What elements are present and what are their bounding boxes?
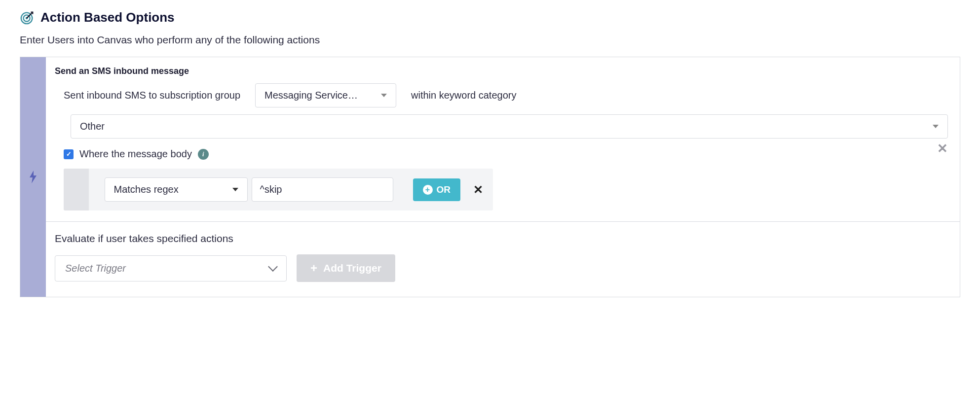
page-header: Action Based Options <box>20 10 960 25</box>
filter-content: Matches regex + OR ✕ <box>89 169 493 210</box>
chevron-down-icon <box>268 262 278 272</box>
keyword-category-select[interactable]: Other <box>71 114 948 139</box>
evaluate-section: Evaluate if user takes specified actions… <box>46 221 960 297</box>
regex-value-input[interactable] <box>252 177 393 202</box>
trigger-card: Send an SMS inbound message Sent inbound… <box>20 57 960 297</box>
sent-label: Sent inbound SMS to subscription group <box>64 90 240 101</box>
keyword-row: Other <box>55 114 948 139</box>
card-accent <box>20 57 46 297</box>
caret-down-icon <box>933 125 939 128</box>
page-title: Action Based Options <box>40 10 175 25</box>
operator-value: Matches regex <box>114 184 179 195</box>
card-body: Send an SMS inbound message Sent inbound… <box>46 57 960 297</box>
or-label: OR <box>437 184 451 195</box>
trigger-section: Send an SMS inbound message Sent inbound… <box>46 57 960 221</box>
or-button[interactable]: + OR <box>413 178 461 201</box>
select-trigger-dropdown[interactable]: Select Trigger <box>55 255 287 281</box>
within-label: within keyword category <box>411 90 516 101</box>
add-trigger-label: Add Trigger <box>323 262 381 274</box>
remove-trigger-icon[interactable]: ✕ <box>937 141 948 156</box>
subscription-row: Sent inbound SMS to subscription group M… <box>55 83 948 107</box>
keyword-select-value: Other <box>80 121 105 132</box>
caret-down-icon <box>232 188 238 191</box>
target-icon <box>20 10 35 25</box>
plus-icon: + <box>310 262 317 274</box>
trigger-title: Send an SMS inbound message <box>55 66 948 76</box>
operator-select[interactable]: Matches regex <box>105 177 248 202</box>
evaluate-row: Select Trigger + Add Trigger <box>55 254 948 282</box>
bolt-icon <box>28 170 38 184</box>
add-trigger-button[interactable]: + Add Trigger <box>297 254 395 282</box>
evaluate-label: Evaluate if user takes specified actions <box>55 233 948 245</box>
filter-block: Matches regex + OR ✕ <box>64 169 493 210</box>
plus-circle-icon: + <box>423 185 433 195</box>
checkbox-label: Where the message body <box>79 148 192 160</box>
select-trigger-placeholder: Select Trigger <box>65 263 126 274</box>
subscription-group-select[interactable]: Messaging Service… <box>255 83 396 107</box>
message-body-check-row: ✓ Where the message body i <box>55 148 948 160</box>
subscription-select-value: Messaging Service… <box>264 90 358 101</box>
caret-down-icon <box>381 94 387 97</box>
page-subtitle: Enter Users into Canvas who perform any … <box>20 34 960 46</box>
info-icon[interactable]: i <box>198 149 209 160</box>
filter-drag-handle[interactable] <box>64 169 89 210</box>
remove-filter-icon[interactable]: ✕ <box>473 183 483 197</box>
message-body-checkbox[interactable]: ✓ <box>64 149 74 159</box>
